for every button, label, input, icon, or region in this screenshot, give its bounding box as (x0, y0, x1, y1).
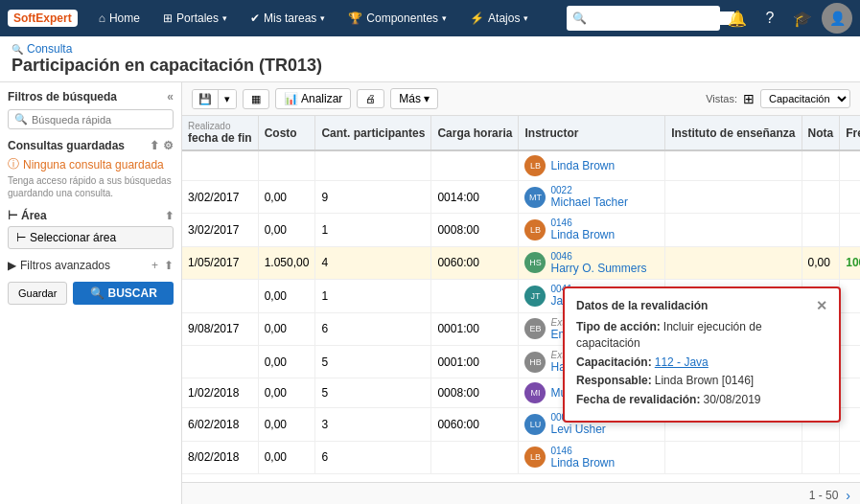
bar-chart-icon: 📊 (284, 92, 298, 105)
table-row: 1/05/20171.050,0040060:00HS0046Harry O. … (182, 246, 860, 279)
bell-icon[interactable]: 🔔 (724, 5, 751, 32)
popup-close-button[interactable]: ✕ (816, 298, 827, 313)
tree-icon: ⊢ (8, 209, 17, 222)
triangle-icon: ▶ (8, 259, 16, 272)
cell-fecha: 6/02/2018 (182, 408, 258, 441)
consultas-section: Consultas guardadas ⬆ ⚙ ⓘ Ninguna consul… (8, 139, 174, 199)
cell-fecha (182, 345, 258, 378)
cell-costo: 0,00 (258, 214, 315, 246)
pagination: 1 - 50 › (182, 482, 860, 504)
avatar: HS (524, 252, 546, 273)
graduation-icon[interactable]: 🎓 (789, 5, 816, 32)
instructor-name: Linda Brown (550, 456, 615, 470)
filtros-avanzados[interactable]: ▶ Filtros avanzados + ⬆ (8, 259, 174, 272)
cell-costo: 0,00 (258, 181, 315, 214)
content-toolbar: 💾 ▾ ▦ 📊 Analizar 🖨 Más ▾ Vistas: ⊞ Capac… (182, 82, 860, 116)
cell-costo: 0,00 (258, 408, 315, 441)
cell-fecha: 3/02/2017 (182, 214, 258, 246)
cell-nota (802, 150, 840, 181)
search-icon: 🔍 (572, 11, 587, 25)
upload-icon[interactable]: ⬆ (165, 210, 174, 222)
sidebar-footer: Guardar 🔍 BUSCAR (8, 282, 174, 305)
select-area-button[interactable]: ⊢ Seleccionar área (8, 226, 174, 249)
quick-search-box[interactable]: 🔍 (8, 109, 174, 129)
cell-frecuencia (840, 408, 860, 441)
consulta-hint: Tenga acceso rápido a sus búsquedas guar… (8, 174, 174, 199)
next-page-btn[interactable]: › (846, 488, 850, 503)
dropdown-action-btn[interactable]: ▾ (219, 90, 236, 108)
popup-cap-link[interactable]: 112 - Java (655, 355, 709, 369)
quick-search-input[interactable] (32, 114, 167, 126)
grid-view-icon[interactable]: ⊞ (743, 91, 755, 106)
popup-title-text: Datos de la revalidación (576, 299, 708, 312)
logo-soft: Soft (13, 11, 35, 25)
col-nota: Nota (802, 116, 840, 150)
cell-cant: 1 (315, 214, 431, 246)
cell-frecuencia (840, 312, 860, 345)
area-section: ⊢ Área ⬆ ⊢ Seleccionar área (8, 209, 174, 249)
cell-frecuencia (840, 214, 860, 246)
search-btn-icon: 🔍 (90, 286, 105, 300)
cell-carga: 0001:00 (431, 312, 519, 345)
gear-consulta-icon[interactable]: ⚙ (163, 139, 174, 152)
cell-instructor: LB0146Linda Brown (519, 441, 665, 473)
filtros-avanzados-label: Filtros avanzados (20, 259, 110, 272)
trophy-icon: 🏆 (348, 11, 362, 25)
home-icon: ⌂ (99, 11, 105, 25)
cell-instructor: MT0022Michael Tacher (519, 181, 665, 214)
save-action-btn[interactable]: 💾 (193, 90, 219, 108)
search-box-icon: 🔍 (14, 113, 28, 126)
nav-portales[interactable]: ⊞ Portales ▾ (153, 6, 237, 31)
help-icon[interactable]: ? (756, 5, 783, 32)
nav-home[interactable]: ⌂ Home (89, 6, 150, 31)
chevron-down-icon-3: ▾ (442, 13, 447, 23)
cell-frecuencia (840, 181, 860, 214)
popup-capacitacion-row: Capacitación: 112 - Java (576, 355, 827, 371)
instructor-name: Linda Brown (550, 159, 615, 172)
cell-instructor: LBLinda Brown (519, 150, 665, 181)
revalidacion-popup: Datos de la revalidación ✕ Tipo de acció… (563, 286, 841, 423)
popup-resp-label: Responsable: (576, 374, 652, 387)
cell-fecha: 8/02/2018 (182, 441, 258, 473)
collapse-icon[interactable]: « (167, 90, 174, 103)
cell-carga: 0060:00 (431, 246, 519, 279)
placeholder-btn[interactable]: ▦ (243, 89, 269, 109)
cell-nota (802, 441, 840, 473)
nav-atajos[interactable]: ⚡ Atajos ▾ (460, 6, 538, 31)
consultas-label: Consultas guardadas (8, 139, 125, 152)
lightning-icon: ⚡ (470, 11, 484, 25)
cell-cant: 1 (315, 280, 431, 312)
popup-resp-value: Linda Brown [0146] (655, 374, 754, 387)
col-instructor: Instructor (519, 116, 665, 150)
upload-filtro-icon[interactable]: ⬆ (164, 259, 174, 272)
cell-instituto (665, 441, 802, 473)
main-layout: Filtros de búsqueda « 🔍 Consultas guarda… (0, 82, 860, 504)
nav-home-label: Home (109, 11, 140, 25)
cell-carga: 0008:00 (431, 214, 519, 246)
cell-carga: 0001:00 (431, 345, 519, 378)
print-btn[interactable]: 🖨 (357, 89, 384, 108)
vistas-select[interactable]: Capacitación (760, 89, 850, 108)
cell-fecha: 1/02/2018 (182, 378, 258, 408)
nav-componentes[interactable]: 🏆 Componentes ▾ (338, 6, 456, 31)
filtros-label: Filtros de búsqueda (8, 90, 117, 103)
cell-nota (802, 214, 840, 246)
area-title: ⊢ Área ⬆ (8, 209, 174, 222)
nav-mis-tareas[interactable]: ✔ Mis tareas ▾ (241, 6, 335, 31)
add-filtro-icon[interactable]: + (151, 259, 158, 272)
global-search-input[interactable] (591, 11, 734, 25)
analizar-btn[interactable]: 📊 Analizar (275, 88, 351, 109)
buscar-button[interactable]: 🔍 BUSCAR (73, 282, 174, 305)
mas-btn[interactable]: Más ▾ (390, 88, 438, 109)
popup-tipo-row: Tipo de acción: Incluir ejecución de cap… (576, 319, 827, 352)
cell-frecuencia (840, 345, 860, 378)
guardar-button[interactable]: Guardar (8, 282, 67, 305)
user-avatar-top[interactable]: 👤 (822, 3, 852, 34)
col-carga: Carga horaria (431, 116, 519, 150)
global-search[interactable]: 🔍 (567, 6, 720, 31)
add-consulta-icon[interactable]: ⬆ (150, 139, 159, 152)
chevron-down-icon-4: ▾ (523, 13, 528, 23)
buscar-label: BUSCAR (108, 286, 157, 300)
instructor-name: Harry O. Summers (550, 262, 646, 275)
cell-carga (431, 441, 519, 473)
